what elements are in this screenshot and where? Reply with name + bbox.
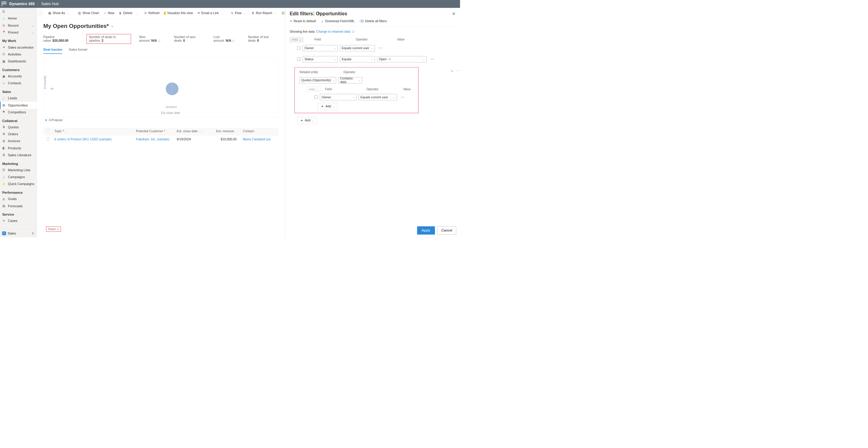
run-report-button[interactable]: 🗎Run Report⌄ [249, 10, 279, 16]
info-icon[interactable]: ⓘ [352, 30, 354, 33]
col-contact[interactable]: Contact⌄ [243, 130, 276, 133]
block-more-icon[interactable]: ⋯ [457, 69, 460, 73]
info-icon[interactable]: ⓘ [158, 40, 160, 42]
visualize-button[interactable]: Visualize this view [162, 10, 195, 16]
row-checkbox[interactable] [314, 96, 318, 99]
nav-opportunities[interactable]: ▤Opportunities [0, 102, 37, 109]
nested-field-select[interactable]: Owner⌄ [320, 94, 356, 100]
view-selector[interactable]: My Open Opportunities* ⌄ [43, 23, 279, 29]
show-as-button[interactable]: ▦Show As⌄ [46, 10, 72, 16]
excel-export-icon[interactable] [318, 12, 318, 15]
row-more-icon[interactable]: ⋯ [377, 46, 384, 50]
nav-invoices[interactable]: 🗎Invoices [0, 138, 37, 144]
related-entity-select[interactable]: Quotes (Opportunity)⌄ [300, 77, 336, 83]
download-fetchxml-button[interactable]: ⭳Download FetchXML [321, 20, 355, 23]
tab-sales-funnel[interactable]: Sales funnel [69, 48, 87, 54]
cell-customer-link[interactable]: Fabrikam, Inc. (sample) [136, 137, 169, 141]
nested-filter-row-owner: Owner⌄ Equals current user⌄ ⋯ [314, 94, 416, 100]
nav-leads[interactable]: ☄Leads [0, 95, 37, 102]
col-potential-customer[interactable]: Potential Customer *⌄ [136, 130, 177, 133]
chart-bubble[interactable] [166, 82, 178, 95]
person-icon: ☺ [2, 81, 5, 85]
close-icon[interactable]: ✕ [452, 11, 456, 16]
nav-campaigns[interactable]: ☼Campaigns [0, 174, 37, 180]
nested-add-button[interactable]: ＋Add⌄ [318, 103, 337, 110]
nav-competitors[interactable]: ⚑Competitors [0, 109, 37, 116]
cell-topic-link[interactable]: 6 orders of Product SKU JJ202 (sample) [54, 137, 111, 141]
nav-dashboards[interactable]: ▦Dashboards [0, 58, 37, 65]
col-topic[interactable]: Topic *⌄ [54, 130, 136, 133]
show-chart-button[interactable]: ▥Show Chart [76, 10, 101, 16]
nav-quotes[interactable]: 🗎Quotes [0, 124, 37, 131]
tab-deal-tracker[interactable]: Deal tracker [43, 48, 62, 54]
back-button[interactable]: ← [39, 10, 42, 16]
row-more-icon[interactable]: ⋯ [399, 95, 406, 99]
group-and-chip[interactable]: AND ⌄ [290, 37, 303, 42]
nav-cases[interactable]: ✎Cases [0, 217, 37, 224]
nav-forecasts[interactable]: ▤Forecasts [0, 202, 37, 209]
add-filter-button[interactable]: ＋Add⌄ [298, 117, 317, 124]
info-icon[interactable]: ⓘ [232, 40, 235, 42]
nav-recent[interactable]: ◷Recent⌄ [0, 22, 37, 29]
col-est-close-date[interactable]: Est. close date ↑⌄ [177, 130, 210, 133]
delete-split-chevron[interactable]: ⌄ [135, 12, 139, 14]
header-value: Value [397, 38, 405, 41]
nav-quick-campaigns[interactable]: ⚡Quick Campaigns [0, 180, 37, 187]
cell-contact-link[interactable]: Maria Campbell (sa [243, 137, 271, 141]
app-launcher-icon[interactable] [1, 1, 6, 6]
chevron-down-icon: ⌄ [333, 105, 335, 108]
new-button[interactable]: ＋New [101, 10, 116, 16]
app-name[interactable]: Sales Hub [41, 2, 59, 6]
nested-filter-group: AND ⌄ Field Operator Value Owner⌄ Equals… [307, 87, 416, 110]
row-checkbox[interactable] [298, 58, 301, 61]
select-all-checkbox[interactable] [46, 130, 55, 133]
email-link-button[interactable]: ✉Email a Link [195, 10, 221, 16]
goal-icon: ◎ [2, 197, 5, 201]
reset-to-default-button[interactable]: ⟲Reset to default [290, 20, 316, 23]
row-checkbox[interactable] [298, 46, 301, 50]
value-select-open[interactable]: Open✕⌄ [377, 56, 427, 62]
nav-activities[interactable]: ☑Activities [0, 51, 37, 58]
change-to-retained-link[interactable]: Change to retained data [316, 30, 350, 34]
email-split-chevron[interactable]: ⌄ [221, 12, 225, 14]
apply-button[interactable]: Apply [417, 227, 435, 235]
brand-name[interactable]: Dynamics 365 [9, 2, 38, 6]
operator-select-equals[interactable]: Equals⌄ [340, 56, 375, 62]
chart-y-tick: 90 [51, 87, 54, 91]
collapse-icon[interactable]: ⤡ [451, 69, 453, 73]
chevron-down-icon: ⌄ [32, 23, 34, 27]
nav-products[interactable]: ◧Products [0, 144, 37, 151]
cancel-button[interactable]: Cancel [437, 227, 456, 235]
nested-and-chip[interactable]: AND ⌄ [307, 87, 320, 92]
quick-campaign-icon: ⚡ [2, 182, 5, 186]
hamburger-icon[interactable]: ☰ [0, 8, 37, 15]
field-select-status[interactable]: Status⌄ [303, 56, 338, 62]
delete-button[interactable]: 🗑Delete [117, 10, 134, 16]
nav-sales-accelerator[interactable]: ✈Sales accelerator [0, 44, 37, 51]
nested-operator-select[interactable]: Equals current user⌄ [359, 94, 397, 100]
nav-sales-literature[interactable]: 🗎Sales Literature [0, 152, 37, 159]
nav-goals[interactable]: ◎Goals [0, 196, 37, 202]
nav-contacts[interactable]: ☺Contacts [0, 80, 37, 87]
nav-pinned[interactable]: 📍Pinned⌄ [0, 29, 37, 36]
related-operator-select[interactable]: Contains data⌄ [338, 77, 362, 83]
col-est-revenue[interactable]: Est. revenue⌄ [210, 130, 243, 133]
nav-pinned-label: Pinned [8, 31, 18, 34]
nav-orders[interactable]: 🗎Orders [0, 131, 37, 138]
nav-marketing-lists[interactable]: ☰Marketing Lists [0, 166, 37, 173]
table-row[interactable]: 6 orders of Product SKU JJ202 (sample) F… [43, 135, 279, 144]
row-checkbox[interactable] [46, 137, 55, 141]
operator-select-equals-current-user[interactable]: Equals current user⌄ [340, 45, 375, 51]
nav-accounts[interactable]: ▣Accounts [0, 73, 37, 80]
metric-lost-deals: Number of lost deals0 [248, 35, 279, 43]
nav-area-switcher[interactable]: S Sales ⇅ [0, 229, 37, 238]
nav-home[interactable]: ⌂Home [0, 15, 37, 22]
refresh-button[interactable]: ⟳Refresh [143, 10, 161, 16]
row-more-icon[interactable]: ⋯ [429, 57, 435, 62]
field-select-owner[interactable]: Owner⌄ [303, 45, 338, 51]
flow-button[interactable]: ↯Flow⌄ [229, 10, 249, 16]
metric-pipeline-value: Pipeline value$20,000.00 [43, 35, 78, 43]
remove-chip-icon[interactable]: ✕ [389, 58, 391, 61]
delete-all-filters-button[interactable]: ⌫Delete all filters [360, 20, 387, 23]
live-data-bar: Showing live data Change to retained dat… [285, 26, 460, 37]
